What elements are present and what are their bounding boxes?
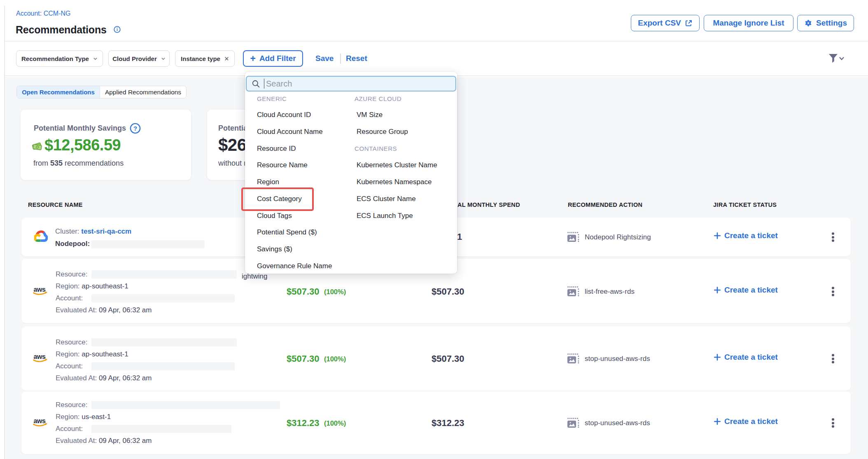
svg-text:?: ? xyxy=(133,125,137,132)
